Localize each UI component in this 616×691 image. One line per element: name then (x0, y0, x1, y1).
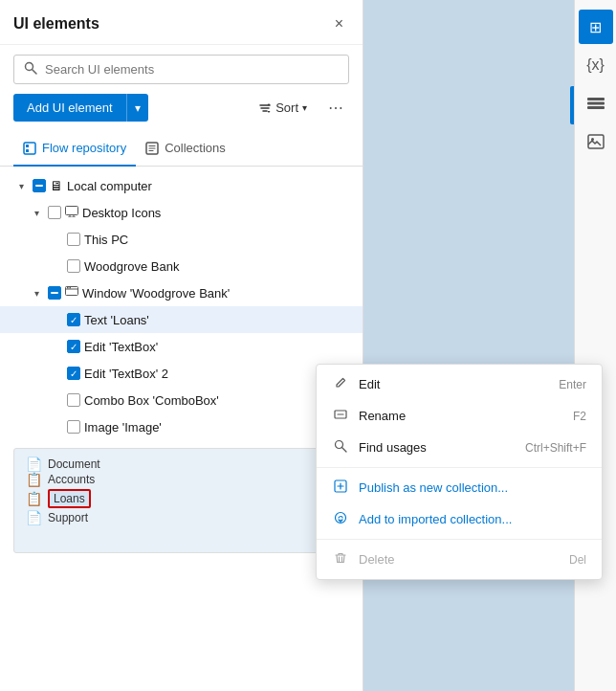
tree-item-woodgrove-bank[interactable]: Woodgrove Bank (0, 253, 363, 279)
context-menu-find-usages[interactable]: Find usages Ctrl+Shift+F (317, 432, 602, 463)
find-usages-icon (332, 439, 349, 456)
checkbox-image[interactable] (67, 420, 80, 434)
partial-check-icon2 (50, 288, 59, 298)
svg-rect-20 (70, 287, 72, 289)
local-computer-label: Local computer (67, 179, 152, 193)
combobox-label: Combo Box 'ComboBox' (84, 393, 219, 408)
svg-rect-9 (26, 149, 29, 152)
thumb-item-accounts: 📋 Accounts (26, 472, 337, 487)
panel-header: UI elements × (0, 0, 363, 45)
menu-divider-1 (317, 467, 602, 468)
expand-window-woodgrove[interactable]: ▾ (29, 285, 44, 301)
context-menu-edit[interactable]: Edit Enter (317, 368, 602, 400)
delete-label: Delete (359, 552, 395, 567)
tree-item-local-computer[interactable]: ▾ 🖥 Local computer (0, 172, 363, 199)
sort-button[interactable]: Sort ▾ (251, 95, 315, 121)
delete-shortcut: Del (569, 553, 586, 567)
add-button-group: Add UI element ▾ (13, 94, 148, 122)
flow-repo-icon (23, 142, 36, 155)
rename-label: Rename (359, 409, 406, 423)
expand-desktop-icons[interactable]: ▾ (29, 205, 44, 220)
tabs-bar: Flow repository Collections (0, 131, 363, 167)
checkbox-this-pc[interactable] (67, 233, 80, 246)
svg-rect-12 (66, 207, 78, 215)
tree-item-combobox[interactable]: Combo Box 'ComboBox' (0, 387, 363, 413)
tree-item-this-pc[interactable]: This PC (0, 226, 363, 253)
edit-shortcut: Enter (559, 378, 586, 391)
context-menu-add-to-imported[interactable]: Add to imported collection... (317, 503, 602, 535)
checkbox-edit-textbox2[interactable]: ✓ (67, 367, 80, 380)
rename-icon (332, 408, 349, 424)
close-button[interactable]: × (329, 13, 349, 34)
search-bar (13, 55, 349, 84)
window-woodgrove-icon (65, 285, 78, 301)
tab-flow-repository[interactable]: Flow repository (13, 131, 136, 167)
tab-flow-repository-label: Flow repository (42, 141, 126, 155)
sidebar-icon-variables[interactable]: {x} (579, 48, 613, 82)
svg-rect-11 (35, 185, 43, 187)
svg-rect-1 (587, 102, 605, 105)
ui-elements-panel: UI elements × Add UI element ▾ Sort ▾ ⋯ (0, 0, 363, 691)
sort-chevron-icon: ▾ (302, 102, 307, 113)
right-sidebar: ⊞ {x} (574, 0, 616, 691)
checkbox-text-loans[interactable]: ✓ (67, 313, 80, 326)
svg-rect-0 (587, 98, 605, 100)
checkbox-edit-textbox[interactable]: ✓ (67, 340, 80, 353)
add-ui-element-dropdown[interactable]: ▾ (126, 94, 148, 122)
window-woodgrove-label: Window 'Woodgrove Bank' (82, 286, 230, 301)
find-usages-label: Find usages (359, 440, 427, 455)
checkbox-desktop-icons[interactable] (48, 206, 61, 219)
checkbox-woodgrove-bank[interactable] (67, 259, 80, 273)
search-icon (24, 61, 37, 78)
tree-item-edit-textbox2[interactable]: ✓ Edit 'TextBox' 2 (0, 360, 363, 387)
add-ui-element-button[interactable]: Add UI element (13, 94, 126, 122)
edit-textbox-label: Edit 'TextBox' (84, 340, 158, 354)
sidebar-icon-ui-elements[interactable]: ⊞ (579, 10, 613, 44)
svg-rect-8 (26, 145, 29, 147)
toolbar: Add UI element ▾ Sort ▾ ⋯ (0, 94, 363, 131)
thumb-item-document: 📄 Document (26, 457, 337, 472)
svg-rect-16 (51, 292, 58, 294)
tab-collections[interactable]: Collections (136, 131, 235, 167)
woodgrove-bank-label: Woodgrove Bank (84, 259, 180, 274)
sidebar-icon-images[interactable] (579, 124, 613, 159)
context-menu: Edit Enter Rename F2 Find usages (316, 364, 603, 580)
find-usages-shortcut: Ctrl+Shift+F (525, 441, 586, 455)
tree-item-text-loans[interactable]: ✓ Text 'Loans' (0, 306, 363, 333)
expand-local-computer[interactable]: ▾ (13, 178, 29, 193)
edit-label: Edit (359, 377, 380, 391)
context-menu-publish[interactable]: Publish as new collection... (317, 472, 602, 503)
checkbox-window-woodgrove[interactable] (48, 286, 61, 300)
edit-textbox2-label: Edit 'TextBox' 2 (84, 367, 168, 381)
sidebar-icon-layers[interactable] (579, 86, 613, 121)
image-label: Image 'Image' (84, 420, 162, 435)
tree-item-desktop-icons[interactable]: ▾ Desktop Icons (0, 199, 363, 226)
search-input[interactable] (45, 62, 339, 77)
checkbox-combobox[interactable] (67, 393, 80, 407)
panel-title: UI elements (13, 15, 99, 33)
context-menu-delete[interactable]: Delete Del (317, 544, 602, 575)
add-to-imported-icon (332, 511, 349, 527)
sort-icon (258, 101, 272, 115)
text-loans-label: Text 'Loans' (84, 313, 149, 327)
context-menu-rename[interactable]: Rename F2 (317, 400, 602, 432)
delete-icon (332, 551, 349, 568)
tree-view: ▾ 🖥 Local computer ▾ Desktop Icon (0, 167, 363, 691)
tree-item-edit-textbox[interactable]: ✓ Edit 'TextBox' (0, 333, 363, 360)
svg-rect-19 (67, 287, 69, 289)
checkbox-local-computer[interactable] (33, 179, 46, 192)
thumb-item-support: 📄 Support (26, 510, 337, 525)
partial-check-icon (34, 181, 44, 190)
preview-area: 📄 Document 📋 Accounts 📋 Loans 📄 Support (13, 448, 349, 553)
edit-icon (332, 376, 349, 392)
desktop-icons-label: Desktop Icons (82, 206, 161, 220)
rename-shortcut: F2 (573, 410, 586, 423)
add-to-imported-label: Add to imported collection... (359, 512, 512, 526)
sort-label: Sort (275, 100, 298, 115)
tree-item-window-woodgrove[interactable]: ▾ Window 'Woodgrove Bank' (0, 279, 363, 306)
menu-divider-2 (317, 539, 602, 540)
tree-item-image[interactable]: Image 'Image' (0, 413, 363, 440)
publish-label: Publish as new collection... (359, 480, 508, 495)
more-options-button[interactable]: ⋯ (322, 95, 349, 121)
tab-collections-label: Collections (165, 141, 226, 155)
